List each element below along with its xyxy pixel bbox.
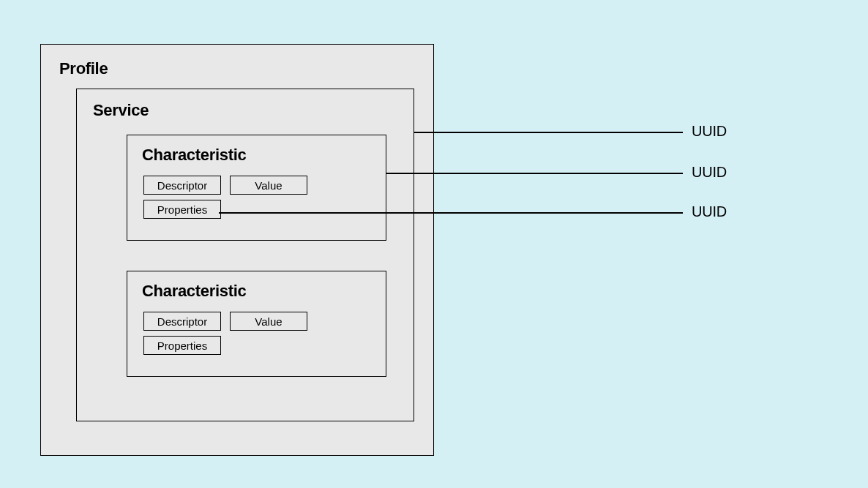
characteristic-box-2: Characteristic Descriptor Value Properti… — [127, 271, 386, 377]
service-title: Service — [93, 101, 149, 120]
characteristic-box-1: Characteristic Descriptor Value Properti… — [127, 135, 386, 241]
service-box: Service Characteristic Descriptor Value … — [76, 89, 414, 421]
uuid-label-characteristic: UUID — [692, 164, 727, 181]
characteristic-title: Characteristic — [142, 146, 247, 165]
profile-title: Profile — [59, 59, 108, 78]
properties-box: Properties — [143, 336, 221, 355]
connector-line-properties-uuid — [219, 212, 683, 214]
properties-box: Properties — [143, 200, 221, 219]
connector-line-service-uuid — [414, 132, 683, 133]
uuid-label-properties: UUID — [692, 203, 727, 220]
value-box: Value — [230, 176, 307, 195]
characteristic-title: Characteristic — [142, 282, 247, 301]
connector-line-characteristic-uuid — [386, 173, 683, 174]
uuid-label-service: UUID — [692, 123, 727, 140]
profile-box: Profile Service Characteristic Descripto… — [40, 44, 434, 456]
value-box: Value — [230, 312, 307, 331]
descriptor-box: Descriptor — [143, 176, 221, 195]
descriptor-box: Descriptor — [143, 312, 221, 331]
